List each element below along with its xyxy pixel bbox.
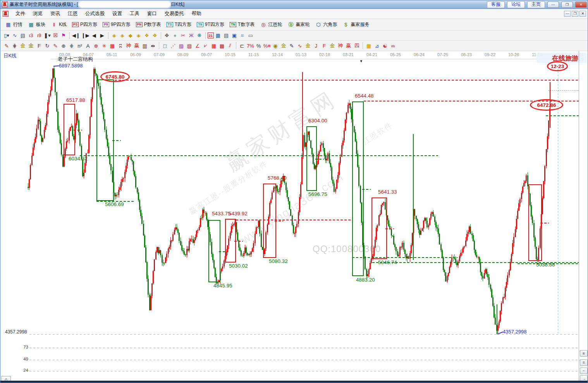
flag-chart-icon[interactable]: ⚑ xyxy=(60,32,67,40)
split-2-button[interactable]: = xyxy=(580,359,588,366)
gold-grid-1-icon[interactable]: 金 xyxy=(19,42,27,50)
nav-last-icon[interactable]: ❙▶ xyxy=(81,32,90,40)
menu-item-2[interactable]: 浏览 xyxy=(29,9,46,18)
menu-item-8[interactable]: 窗口 xyxy=(143,9,161,18)
yellow-grid-icon[interactable]: ▦ xyxy=(365,42,373,50)
candle-style-icon[interactable]: ❚▾ xyxy=(43,32,51,40)
taichi-icon[interactable]: ☯ xyxy=(381,42,389,50)
toolbar-button-9p-square[interactable]: P99P四方形 xyxy=(100,21,133,29)
fan-box-2-icon[interactable]: ▧ xyxy=(186,42,193,50)
toolbar-button-p-number-table[interactable]: PNP数字表 xyxy=(134,21,163,29)
pattern-box-icon[interactable]: ☒ xyxy=(52,32,59,40)
close-button[interactable]: ✕ xyxy=(575,2,587,8)
mdi-minimize-button[interactable]: — xyxy=(564,11,571,17)
star-rays-icon[interactable]: ✳ xyxy=(100,42,108,50)
split-1-button[interactable]: − xyxy=(580,368,588,374)
menu-item-7[interactable]: 工具 xyxy=(126,9,143,18)
hash-grid-icon[interactable]: ⋕ xyxy=(68,42,76,50)
ruler-123-icon[interactable]: ▥ xyxy=(141,42,149,50)
toolbar-button-sectors[interactable]: ▩板块 xyxy=(26,21,48,29)
draw-pen-icon[interactable]: ✎ xyxy=(3,42,10,50)
gold-angle-icon[interactable]: 金 xyxy=(304,42,312,50)
parallel-lines-icon[interactable]: ⫽ xyxy=(226,42,234,50)
draw-pen-2-icon[interactable]: ✎ xyxy=(52,42,59,50)
diamond-tool-1-icon[interactable]: ◈ xyxy=(110,32,118,40)
minimize-button[interactable]: — xyxy=(547,2,559,8)
trend-chart-icon[interactable]: ⊿ xyxy=(373,42,381,50)
diamond-tool-2-icon[interactable]: ◈ xyxy=(119,32,126,40)
diamond-tool-3-icon[interactable]: ◆ xyxy=(127,32,134,40)
ying-tool-icon[interactable]: 赢 xyxy=(133,42,141,50)
menu-item-5[interactable]: 公式选股 xyxy=(81,9,108,18)
fib-tool-icon[interactable]: F xyxy=(35,42,43,50)
customer-service-button[interactable]: 客服 xyxy=(487,1,505,8)
pan-tool-icon[interactable]: ✥ xyxy=(163,32,171,40)
bracket-tool-icon[interactable]: ⊏ xyxy=(238,42,246,50)
menu-item-1[interactable]: 文件 xyxy=(12,9,29,18)
percent-lines-icon[interactable]: %≡ xyxy=(263,42,271,50)
gold-circle-icon[interactable]: ◉ xyxy=(272,42,279,50)
grid-tool-icon[interactable]: Ж xyxy=(187,32,195,40)
report-icon[interactable]: ▤ xyxy=(19,32,27,40)
kline-style-dropdown-icon[interactable]: ▯▾ xyxy=(3,32,10,40)
shen-angle-icon[interactable]: 神 xyxy=(337,42,344,50)
toolbar-button-p-square[interactable]: PSP四方形 xyxy=(70,21,100,29)
box-select-icon[interactable]: ◻ xyxy=(161,42,169,50)
menu-item-6[interactable]: 设置 xyxy=(108,9,126,18)
gold-angle-2-icon[interactable]: 金 xyxy=(328,42,336,50)
wave-line-icon[interactable]: ∿ xyxy=(296,42,304,50)
split-3-button[interactable]: ≡ xyxy=(580,350,588,357)
price-grid-icon[interactable]: ▦ xyxy=(210,42,218,50)
time-grid-icon[interactable]: ▩ xyxy=(218,42,226,50)
red-grid-icon[interactable]: ▦ xyxy=(108,42,116,50)
toolbar-button-gann-wheel[interactable]: ◎江恩轮 xyxy=(258,21,284,29)
toolbar-button-hexagon[interactable]: ⬡六角形 xyxy=(313,21,339,29)
toolbar-button-t-number-table[interactable]: TNT数字表 xyxy=(227,21,257,29)
shen-tool-icon[interactable]: 神 xyxy=(125,42,132,50)
target-circle-icon[interactable]: ⊕ xyxy=(92,42,100,50)
grid-lines-icon[interactable]: ⋕ xyxy=(11,42,19,50)
nav-next-icon[interactable]: ▶ xyxy=(98,32,106,40)
spiral-tool-icon[interactable]: ↻ xyxy=(43,42,51,50)
ying-angle-icon[interactable]: 赢 xyxy=(345,42,352,50)
notes-icon[interactable]: ▤ xyxy=(222,32,230,40)
chart-dropdown-caret[interactable]: ▼ xyxy=(359,59,363,63)
menu-item-9[interactable]: 交易委托 xyxy=(161,9,188,18)
toolbar-button-t-square[interactable]: TST四方形 xyxy=(164,21,194,29)
diamond-tool-6-icon[interactable]: ❖ xyxy=(151,32,159,40)
print-icon[interactable]: ▭ xyxy=(247,32,254,40)
calculator-icon[interactable]: ▦ xyxy=(214,32,222,40)
nav-first-icon[interactable]: ◀❙ xyxy=(72,32,81,40)
toolbar-button-quotes[interactable]: ▦行情 xyxy=(3,21,25,29)
toolbar-button-9t-square[interactable]: T99T四方形 xyxy=(194,21,227,29)
bars-3-icon[interactable]: ı3 xyxy=(27,32,35,40)
h-measure-icon[interactable]: ⇹ xyxy=(149,42,157,50)
angle-line-icon[interactable]: ∠ xyxy=(194,42,201,50)
gann-fan-icon[interactable]: ⋰ xyxy=(169,42,177,50)
menu-item-10[interactable]: 帮助 xyxy=(188,9,205,18)
mark-pen-icon[interactable]: ✎ xyxy=(288,42,296,50)
percent-icon[interactable]: % xyxy=(255,42,263,50)
gold-grid-2-icon[interactable]: 金 xyxy=(27,42,35,50)
fan-box-icon[interactable]: ▨ xyxy=(177,42,185,50)
toolbar-button-winner-service[interactable]: $赢家服务 xyxy=(340,21,371,29)
toolbar-button-kline[interactable]: ‖K线 xyxy=(48,21,69,29)
forum-button[interactable]: 论坛 xyxy=(507,1,525,8)
measure-tool-icon[interactable]: ✂ xyxy=(179,32,187,40)
percent-7-icon[interactable]: 7% xyxy=(246,42,254,50)
infinity-icon[interactable]: ∞ xyxy=(389,42,397,50)
diamond-tool-5-icon[interactable]: ❖ xyxy=(143,32,151,40)
homepage-button[interactable]: 主页 xyxy=(527,1,545,8)
bars-9-icon[interactable]: ı9 xyxy=(35,32,43,40)
nav-prev-icon[interactable]: ◀ xyxy=(90,32,98,40)
check-line-icon[interactable]: ⩗ xyxy=(202,42,210,50)
calendar-icon[interactable]: 21 xyxy=(208,33,214,38)
menu-item-3[interactable]: 资讯 xyxy=(46,9,64,18)
circle-grid-icon[interactable]: ⊕ xyxy=(60,42,67,50)
four-angle-icon[interactable]: 四 xyxy=(353,42,361,50)
flower-tool-icon[interactable]: ❋ xyxy=(196,32,203,40)
menu-item-4[interactable]: 江恩 xyxy=(64,9,81,18)
wave-marks-icon[interactable]: ʭ xyxy=(117,42,124,50)
crosshair-tool-icon[interactable]: ＋ xyxy=(171,32,179,40)
data-export-icon[interactable]: ⌗ xyxy=(239,32,246,40)
